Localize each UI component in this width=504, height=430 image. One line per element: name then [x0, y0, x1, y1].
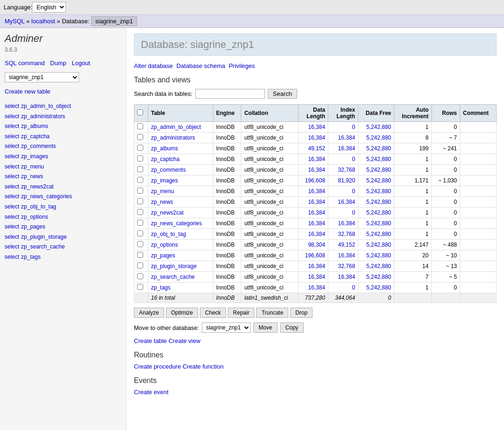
logout-link[interactable]: Logout [72, 60, 90, 67]
table-name-link[interactable]: zp_news_categories [151, 220, 202, 227]
create-table-link[interactable]: Create table [134, 337, 167, 344]
table-name-link[interactable]: zp_menu [151, 188, 174, 195]
truncate-button[interactable]: Truncate [256, 308, 288, 318]
data-free-link[interactable]: 5,242,880 [366, 284, 391, 291]
drop-button[interactable]: Drop [290, 308, 312, 318]
sidebar-table-link[interactable]: zp_images [21, 152, 48, 162]
row-checkbox[interactable] [137, 220, 143, 226]
copy-button[interactable]: Copy [280, 322, 304, 333]
row-checkbox[interactable] [137, 134, 143, 140]
sidebar-table-link[interactable]: zp_obj_to_tag [21, 202, 56, 212]
index-length-link[interactable]: 0 [352, 209, 355, 216]
sidebar-select-link[interactable]: select [5, 182, 19, 192]
index-length-link[interactable]: 16,384 [338, 252, 355, 259]
data-length-link[interactable]: 16,384 [308, 156, 325, 162]
row-checkbox[interactable] [137, 166, 143, 172]
sidebar-table-link[interactable]: zp_administrators [21, 112, 65, 122]
table-name-link[interactable]: zp_tags [151, 284, 171, 291]
sidebar-select-link[interactable]: select [5, 101, 19, 112]
create-view-link[interactable]: Create view [168, 337, 200, 344]
sidebar-table-link[interactable]: zp_menu [21, 162, 44, 172]
index-length-link[interactable]: 16,384 [338, 274, 355, 280]
sidebar-table-link[interactable]: zp_news [21, 172, 43, 182]
sidebar-select-link[interactable]: select [5, 202, 19, 212]
privileges-link[interactable]: Privileges [229, 62, 255, 69]
data-length-link[interactable]: 16,384 [308, 263, 325, 269]
sidebar-table-link[interactable]: zp_captcha [21, 132, 49, 142]
data-free-link[interactable]: 5,242,880 [366, 242, 391, 248]
sidebar-select-link[interactable]: select [5, 192, 19, 202]
sidebar-table-link[interactable]: zp_plugin_storage [21, 232, 66, 242]
table-name-link[interactable]: zp_albums [151, 145, 178, 152]
data-free-link[interactable]: 5,242,880 [366, 124, 391, 130]
data-free-link[interactable]: 5,242,880 [366, 188, 391, 195]
data-length-link[interactable]: 16,384 [308, 134, 325, 141]
select-all-checkbox[interactable] [137, 109, 143, 115]
row-checkbox[interactable] [137, 241, 143, 247]
index-length-link[interactable]: 81,920 [338, 177, 355, 184]
data-length-link[interactable]: 49,152 [308, 145, 325, 152]
breadcrumb-mysql[interactable]: MySQL [5, 18, 25, 25]
row-checkbox[interactable] [137, 284, 143, 290]
data-length-link[interactable]: 16,384 [308, 209, 325, 216]
row-checkbox[interactable] [137, 252, 143, 258]
sidebar-table-link[interactable]: zp_albums [21, 121, 48, 132]
table-name-link[interactable]: zp_administrators [151, 134, 195, 141]
sidebar-select-link[interactable]: select [5, 112, 19, 122]
sidebar-select-link[interactable]: select [5, 162, 19, 172]
database-schema-link[interactable]: Database schema [176, 62, 225, 69]
data-free-link[interactable]: 5,242,880 [366, 274, 391, 280]
language-select[interactable]: English [32, 2, 66, 13]
dump-link[interactable]: Dump [50, 60, 66, 67]
sidebar-table-link[interactable]: zp_search_cache [21, 242, 65, 252]
sidebar-select-link[interactable]: select [5, 252, 19, 262]
sidebar-select-link[interactable]: select [5, 141, 19, 152]
breadcrumb-localhost[interactable]: localhost [31, 18, 55, 25]
create-new-table-link[interactable]: Create new table [5, 88, 50, 95]
row-checkbox[interactable] [137, 273, 143, 279]
sidebar-select-link[interactable]: select [5, 242, 19, 252]
data-free-link[interactable]: 5,242,880 [366, 156, 391, 162]
create-event-link[interactable]: Create event [134, 389, 168, 396]
sidebar-table-link[interactable]: zp_news_categories [21, 192, 72, 202]
row-checkbox[interactable] [137, 155, 143, 161]
table-name-link[interactable]: zp_plugin_storage [151, 263, 197, 269]
sql-command-link[interactable]: SQL command [5, 60, 45, 67]
data-length-link[interactable]: 196,608 [305, 252, 325, 259]
index-length-link[interactable]: 0 [352, 284, 355, 291]
sidebar-select-link[interactable]: select [5, 121, 19, 132]
table-name-link[interactable]: zp_captcha [151, 156, 179, 162]
sidebar-table-link[interactable]: zp_tags [21, 252, 40, 262]
move-db-select[interactable]: siagrine_znp1 [202, 322, 251, 333]
table-name-link[interactable]: zp_news [151, 199, 173, 205]
search-button[interactable]: Search [268, 89, 297, 99]
data-free-link[interactable]: 5,242,880 [366, 220, 391, 227]
data-free-link[interactable]: 5,242,880 [366, 263, 391, 269]
move-button[interactable]: Move [253, 322, 277, 333]
sidebar-table-link[interactable]: zp_comments [21, 141, 56, 152]
data-free-link[interactable]: 5,242,880 [366, 145, 391, 152]
index-length-link[interactable]: 0 [352, 124, 355, 130]
index-length-link[interactable]: 0 [352, 188, 355, 195]
index-length-link[interactable]: 49,152 [338, 242, 355, 248]
db-selector[interactable]: siagrine_znp1 [5, 72, 79, 82]
data-free-link[interactable]: 5,242,880 [366, 231, 391, 237]
data-length-link[interactable]: 16,384 [308, 199, 325, 205]
data-length-link[interactable]: 16,384 [308, 231, 325, 237]
table-name-link[interactable]: zp_admin_to_object [151, 124, 201, 130]
alter-database-link[interactable]: Alter database [134, 62, 173, 69]
row-checkbox[interactable] [137, 177, 143, 183]
data-free-link[interactable]: 5,242,880 [366, 177, 391, 184]
sidebar-table-link[interactable]: zp_admin_to_object [21, 101, 71, 112]
sidebar-select-link[interactable]: select [5, 132, 19, 142]
table-name-link[interactable]: zp_search_cache [151, 274, 195, 280]
sidebar-select-link[interactable]: select [5, 152, 19, 162]
data-length-link[interactable]: 16,384 [308, 167, 325, 173]
sidebar-select-link[interactable]: select [5, 172, 19, 182]
data-length-link[interactable]: 16,384 [308, 188, 325, 195]
index-length-link[interactable]: 16,384 [338, 199, 355, 205]
sidebar-select-link[interactable]: select [5, 232, 19, 242]
row-checkbox[interactable] [137, 198, 143, 204]
row-checkbox[interactable] [137, 262, 143, 269]
row-checkbox[interactable] [137, 230, 143, 236]
